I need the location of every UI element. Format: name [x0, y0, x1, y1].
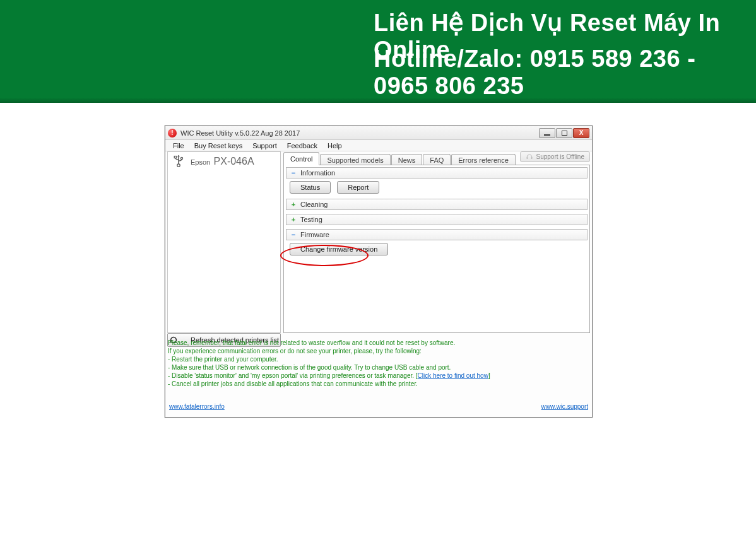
- svg-rect-1: [174, 156, 177, 158]
- tab-supported-models[interactable]: Supported models: [320, 154, 390, 165]
- help-line-6: - Cancel all printer jobs and disable al…: [168, 380, 589, 388]
- report-button[interactable]: Report: [337, 181, 379, 194]
- group-firmware-body: Change firmware version: [286, 240, 588, 261]
- group-information-body: Status Report: [286, 179, 588, 199]
- app-icon: !: [168, 129, 177, 138]
- help-line-5: - Disable 'status monitor' and 'my epson…: [168, 372, 589, 380]
- group-firmware-title: Firmware: [300, 231, 329, 238]
- window-title: WIC Reset Utility v.5.0.22 Aug 28 2017: [180, 129, 538, 137]
- help-line-4: - Make sure that USB or network connecti…: [168, 363, 589, 372]
- main-panel: Control Supported models News FAQ Errors…: [283, 151, 590, 333]
- svg-rect-4: [531, 157, 533, 159]
- help-find-out-how-link[interactable]: Click here to find out how: [418, 372, 488, 379]
- menu-support[interactable]: Support: [247, 142, 282, 149]
- printer-brand: Epson: [191, 158, 210, 166]
- help-text-block: Please, remember, that fatal error is no…: [168, 336, 589, 398]
- svg-rect-3: [527, 157, 528, 159]
- app-window: ! WIC Reset Utility v.5.0.22 Aug 28 2017…: [165, 126, 593, 418]
- svg-point-0: [177, 164, 180, 167]
- tab-content-control: − Information Status Report + Cleaning +…: [283, 165, 590, 333]
- footer-link-fatalerrors[interactable]: www.fatalerrors.info: [169, 403, 225, 412]
- sidebar-printer-list: Epson PX-046A: [167, 151, 281, 333]
- collapse-icon: −: [290, 169, 297, 177]
- group-cleaning-header[interactable]: + Cleaning: [286, 199, 588, 210]
- menu-feedback[interactable]: Feedback: [282, 142, 322, 149]
- tab-control[interactable]: Control: [283, 152, 319, 165]
- help-line-1: Please, remember, that fatal error is no…: [168, 339, 589, 347]
- group-testing-header[interactable]: + Testing: [286, 214, 588, 225]
- banner-heading-2: Hotline/Zalo: 0915 589 236 - 0965 806 23…: [374, 45, 756, 100]
- group-cleaning-title: Cleaning: [300, 201, 328, 208]
- titlebar: ! WIC Reset Utility v.5.0.22 Aug 28 2017…: [165, 126, 592, 140]
- status-button[interactable]: Status: [290, 181, 331, 194]
- window-controls: X: [538, 128, 589, 138]
- headset-icon: [526, 153, 533, 161]
- tab-errors-reference[interactable]: Errors reference: [451, 154, 515, 165]
- svg-point-2: [180, 157, 182, 159]
- tab-row: Control Supported models News FAQ Errors…: [283, 151, 590, 165]
- collapse-icon: −: [290, 231, 297, 238]
- menubar: File Buy Reset keys Support Feedback Hel…: [165, 140, 592, 151]
- group-firmware-header[interactable]: − Firmware: [286, 229, 588, 240]
- expand-icon: +: [290, 201, 297, 208]
- menu-buy-reset-keys[interactable]: Buy Reset keys: [189, 142, 247, 149]
- group-information-header[interactable]: − Information: [286, 167, 588, 179]
- close-button[interactable]: X: [573, 128, 589, 138]
- page-banner: Liên Hệ Dịch Vụ Reset Máy In Online Hotl…: [0, 0, 756, 103]
- footer-link-wic-support[interactable]: www.wic.support: [541, 403, 588, 412]
- tab-faq[interactable]: FAQ: [423, 154, 451, 165]
- support-status-badge[interactable]: Support is Offline: [520, 151, 590, 162]
- group-testing-title: Testing: [300, 216, 322, 223]
- footer-links: www.fatalerrors.info www.wic.support: [169, 403, 588, 412]
- help-line-3: - Restart the printer and your computer.: [168, 355, 589, 363]
- minimize-button[interactable]: [539, 128, 555, 138]
- printer-list-item[interactable]: Epson PX-046A: [168, 152, 280, 171]
- group-information-title: Information: [300, 169, 335, 177]
- change-firmware-button[interactable]: Change firmware version: [290, 243, 388, 255]
- printer-model: PX-046A: [214, 156, 254, 167]
- maximize-button[interactable]: [556, 128, 572, 138]
- expand-icon: +: [290, 216, 297, 223]
- usb-printer-icon: [172, 155, 187, 168]
- support-status-text: Support is Offline: [536, 153, 584, 160]
- body-area: Epson PX-046A Refresh detected printers …: [165, 151, 592, 417]
- tab-news[interactable]: News: [391, 154, 423, 165]
- menu-file[interactable]: File: [168, 142, 189, 149]
- menu-help[interactable]: Help: [322, 142, 347, 149]
- help-line-2: If you experience communication errors o…: [168, 347, 589, 355]
